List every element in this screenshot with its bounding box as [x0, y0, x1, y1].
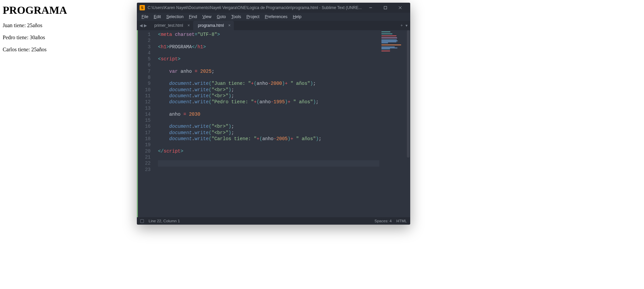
minimap-line: [381, 34, 392, 34]
code-line[interactable]: [158, 142, 379, 148]
tab-primer-test[interactable]: primer_test.html ×: [150, 21, 193, 30]
menu-view[interactable]: View: [200, 13, 214, 20]
minimap-line: [381, 44, 392, 44]
titlebar[interactable]: S C:\Users\Karen Nayeli\Documents\Nayeli…: [137, 3, 410, 13]
close-button[interactable]: [393, 3, 408, 13]
code-line[interactable]: [158, 50, 379, 56]
browser-output: PROGRAMA Juan tiene: 25años Pedro tiene:…: [3, 4, 133, 59]
status-indent[interactable]: Spaces: 4: [375, 219, 392, 223]
code-line[interactable]: document.write("Pedro tiene: "+(anho-199…: [158, 99, 379, 105]
code-line[interactable]: document.write("Carlos tiene: "+(anho-20…: [158, 136, 379, 142]
line-number: 18: [138, 136, 151, 142]
status-position[interactable]: Line 22, Column 1: [149, 219, 180, 223]
tab-close-icon[interactable]: ×: [187, 23, 190, 28]
minimap-line: [381, 50, 399, 50]
code-line[interactable]: [158, 154, 379, 160]
panel-toggle-icon[interactable]: [140, 219, 144, 223]
output-line-3: Carlos tiene: 25años: [3, 47, 133, 53]
line-number: 13: [138, 105, 151, 111]
menu-edit[interactable]: Edit: [151, 13, 164, 20]
tab-label: programa.html: [198, 23, 224, 28]
line-number: 22: [138, 160, 151, 166]
code-line[interactable]: </script>: [158, 148, 379, 154]
menu-file[interactable]: File: [139, 13, 151, 20]
line-number: 20: [138, 148, 151, 154]
status-syntax[interactable]: HTML: [396, 219, 407, 223]
menu-project[interactable]: Project: [244, 13, 262, 20]
line-number: 15: [138, 117, 151, 123]
tab-back-icon[interactable]: ◀: [140, 23, 143, 28]
code-line[interactable]: <meta charset="UTF-8">: [158, 32, 379, 38]
menu-tools[interactable]: Tools: [228, 13, 244, 20]
code-line[interactable]: document.write("<br>");: [158, 93, 379, 99]
line-number: 12: [138, 99, 151, 105]
tab-label: primer_test.html: [154, 23, 183, 28]
line-number: 19: [138, 142, 151, 148]
code-line[interactable]: [158, 38, 379, 44]
code-line[interactable]: [158, 117, 379, 123]
code-line[interactable]: document.write("Juan tiene: "+(anho-2000…: [158, 80, 379, 86]
code-line[interactable]: [158, 167, 379, 173]
menu-selection[interactable]: Selection: [164, 13, 186, 20]
minimap-line: [381, 48, 397, 48]
code-line[interactable]: [158, 105, 379, 111]
minimize-button[interactable]: [363, 3, 378, 13]
code-line[interactable]: var anho = 2025;: [158, 68, 379, 74]
code-line[interactable]: <script>: [158, 56, 379, 62]
line-number: 14: [138, 111, 151, 117]
line-number: 23: [138, 167, 151, 173]
minimap-line: [381, 39, 397, 39]
window-controls: [363, 3, 408, 13]
code-line[interactable]: [158, 160, 379, 166]
maximize-button[interactable]: [378, 3, 393, 13]
tab-programa[interactable]: programa.html ×: [193, 21, 234, 30]
code-line[interactable]: <h1>PROGRAMA</h1>: [158, 44, 379, 50]
vertical-scrollbar[interactable]: [406, 30, 410, 217]
code-line[interactable]: [158, 74, 379, 80]
line-number: 6: [138, 62, 151, 68]
minimap-line: [381, 45, 401, 45]
line-number: 21: [138, 154, 151, 160]
code-line[interactable]: anho = 2030: [158, 111, 379, 117]
maximize-icon: [384, 6, 387, 9]
tabbar: ◀ ▶ primer_test.html × programa.html × +…: [137, 21, 410, 30]
minimap[interactable]: [379, 30, 406, 217]
statusbar: Line 22, Column 1 Spaces: 4 HTML: [137, 217, 410, 225]
menu-find[interactable]: Find: [186, 13, 200, 20]
code-line[interactable]: document.write("<br>");: [158, 130, 379, 136]
line-number: 10: [138, 87, 151, 93]
minimap-line: [381, 43, 388, 43]
line-number: 1: [138, 32, 151, 38]
page-heading: PROGRAMA: [3, 4, 133, 16]
minimap-line: [381, 32, 390, 32]
minimap-line: [381, 40, 397, 40]
menu-help[interactable]: Help: [290, 13, 304, 20]
minimap-line: [381, 42, 396, 42]
tab-forward-icon[interactable]: ▶: [144, 23, 147, 28]
svg-rect-1: [384, 6, 387, 9]
close-icon: [398, 6, 402, 9]
window-title: C:\Users\Karen Nayeli\Documents\Nayeli V…: [148, 5, 363, 10]
code-line[interactable]: [158, 62, 379, 68]
code-line[interactable]: document.write("<br>");: [158, 87, 379, 93]
minimap-line: [381, 35, 392, 35]
code-content[interactable]: <meta charset="UTF-8"> <h1>PROGRAMA</h1>…: [153, 30, 379, 217]
tab-close-icon[interactable]: ×: [228, 23, 230, 28]
code-line[interactable]: document.write("<br>");: [158, 123, 379, 129]
new-tab-icon[interactable]: +: [400, 23, 403, 28]
scrollbar-thumb[interactable]: [407, 30, 410, 158]
menubar: File Edit Selection Find View Goto Tools…: [137, 13, 410, 21]
line-number: 4: [138, 50, 151, 56]
line-number: 11: [138, 93, 151, 99]
app-icon: S: [140, 5, 145, 10]
output-line-1: Juan tiene: 25años: [3, 22, 133, 28]
line-number: 3: [138, 44, 151, 50]
editor-area[interactable]: 1234567891011121314151617181920212223 <m…: [137, 30, 410, 217]
minimize-icon: [369, 6, 372, 9]
minimap-line: [381, 51, 390, 51]
menu-preferences[interactable]: Preferences: [262, 13, 290, 20]
menu-goto[interactable]: Goto: [214, 13, 228, 20]
output-line-2: Pedro tiene: 30años: [3, 35, 133, 41]
line-number: 2: [138, 38, 151, 44]
tab-menu-icon[interactable]: ▾: [406, 23, 408, 28]
